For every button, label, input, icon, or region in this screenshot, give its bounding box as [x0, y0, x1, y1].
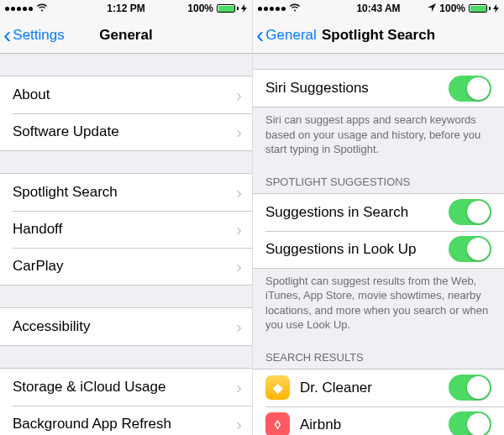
battery-icon [469, 4, 499, 13]
row-suggestions-lookup[interactable]: Suggestions in Look Up [253, 231, 504, 268]
row-label: Suggestions in Search [265, 204, 408, 221]
row-spotlight-search[interactable]: Spotlight Search › [0, 174, 252, 211]
screen-spotlight: 10:43 AM 100% ‹ General Spotlight Search… [252, 0, 504, 435]
toggle-siri-suggestions[interactable] [449, 76, 491, 102]
chevron-right-icon: › [236, 183, 242, 202]
row-siri-suggestions[interactable]: Siri Suggestions [253, 70, 504, 107]
spotlight-suggestions-header: SPOTLIGHT SUGGESTIONS [253, 164, 504, 193]
row-label: Handoff [13, 221, 62, 238]
row-label: CarPlay [13, 258, 63, 275]
group-results: ◆ Dr. Cleaner ◊ Airbnb [253, 369, 504, 435]
chevron-right-icon: › [236, 220, 242, 239]
chevron-right-icon: › [236, 123, 242, 142]
chevron-right-icon: › [236, 86, 242, 105]
row-app-dr-cleaner[interactable]: ◆ Dr. Cleaner [253, 369, 504, 406]
signal-dots [5, 7, 33, 11]
row-label: About [13, 86, 50, 103]
siri-footer: Siri can suggest apps and search keyword… [253, 107, 504, 164]
row-label: Accessibility [13, 318, 91, 335]
group-about: About › Software Update › [0, 76, 252, 151]
content: About › Software Update › Spotlight Sear… [0, 54, 252, 435]
status-time: 10:43 AM [356, 3, 400, 14]
status-bar: 10:43 AM 100% [253, 0, 504, 17]
wifi-icon [36, 3, 48, 13]
chevron-right-icon: › [236, 257, 242, 276]
row-accessibility[interactable]: Accessibility › [0, 308, 252, 345]
group-accessibility: Accessibility › [0, 307, 252, 346]
toggle-suggestions-search[interactable] [449, 199, 491, 225]
app-icon-dr-cleaner: ◆ [265, 375, 290, 400]
content: Siri Suggestions Siri can suggest apps a… [253, 54, 504, 435]
nav-bar: ‹ General Spotlight Search [253, 17, 504, 54]
row-label: Suggestions in Look Up [265, 241, 417, 258]
chevron-left-icon: ‹ [3, 24, 11, 47]
status-time: 1:12 PM [107, 3, 144, 14]
group-spotlight: Spotlight Search › Handoff › CarPlay › [0, 173, 252, 286]
row-handoff[interactable]: Handoff › [0, 211, 252, 248]
signal-dots [258, 7, 286, 11]
back-button[interactable]: ‹ General [256, 24, 317, 47]
row-background-refresh[interactable]: Background App Refresh › [0, 406, 252, 435]
row-label: Storage & iCloud Usage [13, 379, 165, 396]
row-label: Airbnb [300, 417, 341, 433]
row-suggestions-search[interactable]: Suggestions in Search [253, 194, 504, 231]
status-bar: 1:12 PM 100% [0, 0, 252, 17]
row-label: Dr. Cleaner [300, 380, 372, 396]
battery-icon [217, 4, 247, 13]
toggle-airbnb[interactable] [449, 411, 491, 435]
back-button[interactable]: ‹ Settings [3, 24, 65, 47]
row-label: Background App Refresh [13, 416, 171, 432]
chevron-right-icon: › [236, 415, 242, 434]
toggle-dr-cleaner[interactable] [449, 375, 491, 401]
chevron-left-icon: ‹ [256, 24, 264, 47]
chevron-right-icon: › [236, 317, 242, 337]
group-siri: Siri Suggestions [253, 69, 504, 107]
row-storage[interactable]: Storage & iCloud Usage › [0, 369, 252, 406]
row-app-airbnb[interactable]: ◊ Airbnb [253, 406, 504, 435]
back-label: General [265, 27, 316, 44]
back-label: Settings [13, 27, 64, 44]
wifi-icon [289, 3, 301, 13]
location-icon [428, 3, 436, 13]
battery-pct: 100% [187, 3, 213, 14]
row-label: Siri Suggestions [265, 80, 369, 97]
page-title: General [99, 27, 152, 44]
search-results-header: SEARCH RESULTS [253, 339, 504, 369]
row-carplay[interactable]: CarPlay › [0, 248, 252, 285]
group-storage: Storage & iCloud Usage › Background App … [0, 368, 252, 435]
app-icon-airbnb: ◊ [265, 412, 290, 435]
group-suggestions: Suggestions in Search Suggestions in Loo… [253, 193, 504, 269]
row-label: Spotlight Search [13, 184, 118, 201]
toggle-suggestions-lookup[interactable] [449, 236, 491, 262]
chevron-right-icon: › [236, 378, 242, 397]
row-about[interactable]: About › [0, 76, 252, 113]
nav-bar: ‹ Settings General [0, 17, 252, 54]
screen-general: 1:12 PM 100% ‹ Settings General About › … [0, 0, 252, 435]
battery-pct: 100% [439, 3, 465, 14]
page-title: Spotlight Search [322, 27, 435, 44]
row-software-update[interactable]: Software Update › [0, 113, 252, 150]
suggestions-footer: Spotlight can suggest results from the W… [253, 269, 504, 339]
row-label: Software Update [13, 123, 119, 140]
